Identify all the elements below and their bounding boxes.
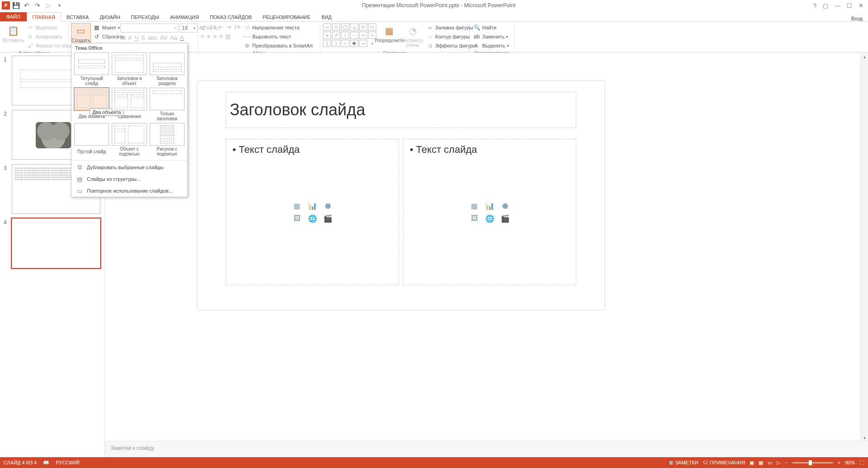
- line-spacing-icon[interactable]: ‡≡: [234, 24, 241, 30]
- layout-item-title-content[interactable]: Заголовок и объект: [112, 52, 147, 86]
- quick-styles-icon: ◔: [405, 24, 420, 37]
- thumb-number: 4: [4, 218, 9, 226]
- case-icon[interactable]: Aa: [170, 34, 177, 41]
- paste-button[interactable]: 📋 Вставить: [3, 24, 24, 43]
- layout-item-content-caption[interactable]: Объект с подписью: [112, 123, 147, 156]
- slideshow-view-icon[interactable]: ▷: [777, 460, 780, 466]
- numbering-icon[interactable]: 1≡: [209, 24, 216, 30]
- find-button[interactable]: 🔍Найти: [472, 24, 510, 32]
- bullets-icon[interactable]: •≡: [201, 24, 206, 30]
- font-name-combo[interactable]: ▾: [120, 24, 178, 33]
- spacing-icon[interactable]: AV: [160, 34, 167, 41]
- spell-check-icon[interactable]: 📖: [43, 460, 49, 466]
- app-icon: P: [2, 1, 10, 9]
- select-button[interactable]: ↖Выделить▾: [472, 42, 510, 50]
- zoom-in-icon[interactable]: +: [838, 460, 840, 465]
- align-text-button[interactable]: ⟷Выровнять текст: [242, 33, 313, 41]
- comments-toggle[interactable]: 🗨ПРИМЕЧАНИЯ: [703, 460, 745, 465]
- layout-item-blank[interactable]: Пустой слайд: [74, 123, 109, 156]
- reading-view-icon[interactable]: ▭: [768, 460, 772, 466]
- slide-title-placeholder[interactable]: Заголовок слайда: [226, 92, 576, 128]
- zoom-slider[interactable]: [792, 462, 833, 463]
- layout-icon: ▦: [93, 24, 100, 31]
- slides-from-outline-item[interactable]: ▤Слайды из структуры...: [71, 173, 187, 185]
- align-left-icon[interactable]: ≡: [201, 33, 204, 40]
- tab-file[interactable]: ФАЙЛ: [0, 12, 27, 21]
- paste-icon: 📋: [6, 24, 20, 37]
- align-right-icon[interactable]: ≡: [213, 33, 217, 40]
- slide-left-content-placeholder[interactable]: • Текст слайда ▦📊⬣ 🖼🌐🎬: [226, 139, 399, 285]
- underline-icon[interactable]: Ч: [134, 34, 138, 41]
- new-slide-layout-gallery: Тема Office Титульный слайд Заголовок и …: [71, 43, 188, 197]
- justify-icon[interactable]: ≡: [219, 33, 223, 40]
- status-bar: СЛАЙД 4 ИЗ 4 📖 РУССКИЙ ≣ЗАМЕТКИ 🗨ПРИМЕЧА…: [0, 457, 868, 468]
- insert-video-icon: 🎬: [499, 213, 512, 223]
- dec-indent-icon[interactable]: ⇤: [218, 24, 223, 30]
- bold-icon[interactable]: Ж: [120, 34, 126, 41]
- layout-item-comparison[interactable]: Сравнение: [112, 88, 147, 121]
- copy-icon: ⧉: [27, 33, 34, 40]
- current-slide[interactable]: Заголовок слайда • Текст слайда ▦📊⬣ 🖼🌐🎬 …: [198, 81, 604, 310]
- slide-thumbnail-4[interactable]: [12, 218, 100, 268]
- qat-undo-icon[interactable]: ↶: [22, 0, 32, 10]
- ribbon-display-icon[interactable]: ▢: [823, 2, 828, 9]
- tab-animation[interactable]: АНИМАЦИЯ: [165, 13, 204, 21]
- status-slide-count: СЛАЙД 4 ИЗ 4: [4, 460, 37, 465]
- content-placeholder-icons[interactable]: ▦📊⬣ 🖼🌐🎬: [291, 201, 334, 223]
- qat-redo-icon[interactable]: ↷: [33, 0, 43, 10]
- tab-review[interactable]: РЕЦЕНЗИРОВАНИЕ: [257, 13, 316, 21]
- tab-design[interactable]: ДИЗАЙН: [94, 13, 125, 21]
- font-size-combo[interactable]: 18▾: [180, 24, 198, 33]
- reuse-slides-item[interactable]: ▭Повторное использование слайдов...: [71, 185, 187, 197]
- slide-right-content-placeholder[interactable]: • Текст слайда ▦📊⬣ 🖼🌐🎬: [403, 139, 576, 285]
- layout-item-title-only[interactable]: Только заголовок: [150, 88, 185, 121]
- shapes-gallery[interactable]: ▭▢◯△⬠⬡ ↘↗↕↔⇨⇦ {}☆⬟▱▾: [323, 24, 376, 47]
- fit-to-window-icon[interactable]: ⛶: [859, 460, 864, 465]
- tab-view[interactable]: ВИД: [316, 13, 337, 21]
- replace-button[interactable]: abЗаменить▾: [472, 33, 510, 41]
- strike-icon[interactable]: S: [141, 34, 145, 41]
- content-placeholder-icons[interactable]: ▦📊⬣ 🖼🌐🎬: [468, 201, 512, 223]
- qat-start-icon[interactable]: ▷: [43, 0, 53, 10]
- close-icon[interactable]: ✕: [859, 2, 863, 9]
- duplicate-slides-item[interactable]: ⧉Дублировать выбранные слайды: [71, 161, 187, 173]
- align-center-icon[interactable]: ≡: [207, 33, 211, 40]
- qat-customize-icon[interactable]: ▾: [54, 0, 64, 10]
- maximize-icon[interactable]: ☐: [847, 2, 852, 9]
- comments-icon: 🗨: [703, 460, 708, 465]
- columns-icon[interactable]: ▥: [225, 33, 231, 40]
- text-direction-button[interactable]: ↕AНаправление текста: [242, 24, 313, 32]
- tab-home[interactable]: ГЛАВНАЯ: [27, 12, 61, 22]
- layout-item-two-content[interactable]: Два объекта Два объекта: [74, 88, 109, 121]
- insert-smartart-icon: ⬣: [322, 201, 334, 211]
- quick-styles-button[interactable]: ◔Экспресс-стили: [402, 24, 423, 48]
- tab-transitions[interactable]: ПЕРЕХОДЫ: [126, 13, 165, 21]
- text-direction-icon: ↕A: [243, 24, 251, 31]
- layout-item-section-header[interactable]: Заголовок раздела: [150, 52, 185, 86]
- zoom-out-icon[interactable]: −: [785, 460, 787, 465]
- layout-item-picture-caption[interactable]: Рисунок с подписью: [150, 123, 185, 156]
- tab-slideshow[interactable]: ПОКАЗ СЛАЙДОВ: [204, 13, 257, 21]
- notes-pane[interactable]: Заметки к слайду: [105, 441, 868, 457]
- tab-insert[interactable]: ВСТАВКА: [61, 13, 94, 21]
- help-icon[interactable]: ?: [813, 2, 816, 9]
- layout-item-title-slide[interactable]: Титульный слайд: [74, 52, 109, 86]
- normal-view-icon[interactable]: ▣: [749, 460, 754, 466]
- zoom-value[interactable]: 90%: [845, 460, 855, 465]
- sorter-view-icon[interactable]: ▦: [759, 460, 763, 466]
- outline-icon: ▤: [76, 175, 83, 183]
- arrange-button[interactable]: ▦Упорядочить: [378, 24, 400, 43]
- vertical-scrollbar[interactable]: ▴ ▾ ≜ ≛: [860, 53, 868, 457]
- smartart-button[interactable]: ⬣Преобразовать в SmartArt: [242, 42, 313, 50]
- status-language[interactable]: РУССКИЙ: [56, 460, 79, 465]
- insert-chart-icon: 📊: [306, 201, 319, 211]
- notes-toggle[interactable]: ≣ЗАМЕТКИ: [669, 460, 698, 466]
- font-color-icon[interactable]: A: [180, 34, 184, 41]
- shadow-icon[interactable]: abc: [148, 34, 157, 41]
- sign-in-link[interactable]: Вход: [851, 16, 868, 21]
- insert-chart-icon: 📊: [484, 201, 496, 211]
- italic-icon[interactable]: К: [128, 34, 132, 41]
- inc-indent-icon[interactable]: ⇥: [226, 24, 231, 30]
- minimize-icon[interactable]: —: [835, 2, 840, 9]
- qat-save-icon[interactable]: 💾: [11, 0, 21, 10]
